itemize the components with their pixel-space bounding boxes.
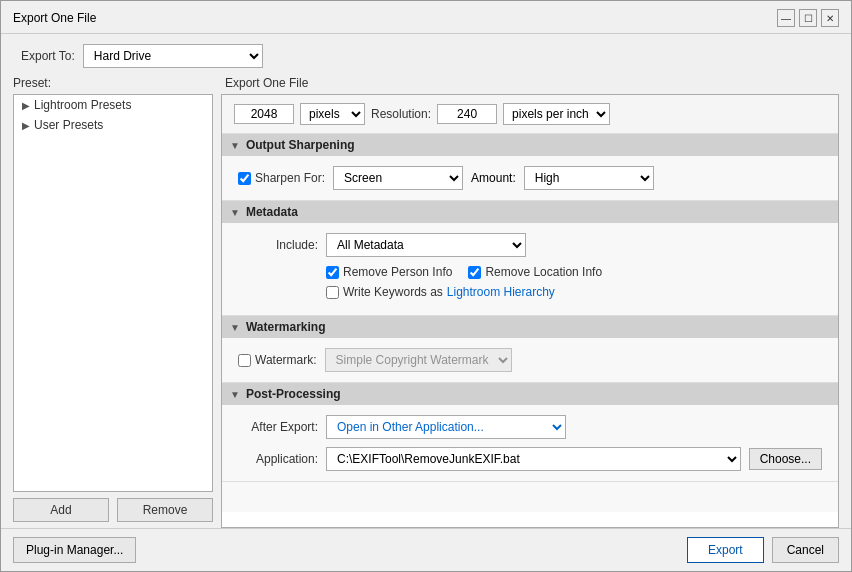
section-content: pixels inches cm Resolution: pixels per …: [222, 95, 838, 512]
include-label: Include:: [238, 238, 318, 252]
remove-person-label[interactable]: Remove Person Info: [326, 265, 452, 279]
application-select[interactable]: C:\EXIFTool\RemoveJunkEXIF.bat: [326, 447, 741, 471]
post-processing-title: Post-Processing: [246, 387, 341, 401]
metadata-body: Include: All Metadata Copyright Only Non…: [222, 223, 838, 316]
pixel-unit-select[interactable]: pixels inches cm: [300, 103, 365, 125]
watermark-row: Watermark: Simple Copyright Watermark: [238, 348, 822, 372]
left-buttons: Add Remove: [13, 492, 213, 528]
minimize-button[interactable]: —: [777, 9, 795, 27]
write-keywords-row: Write Keywords as Lightroom Hierarchy: [326, 285, 822, 299]
watermarking-chevron: ▼: [230, 322, 240, 333]
watermarking-title: Watermarking: [246, 320, 326, 334]
metadata-header[interactable]: ▼ Metadata: [222, 201, 838, 223]
bottom-bar: Plug-in Manager... Export Cancel: [1, 528, 851, 571]
cancel-button[interactable]: Cancel: [772, 537, 839, 563]
metadata-chevron: ▼: [230, 207, 240, 218]
write-keywords-text: Write Keywords as: [343, 285, 443, 299]
post-processing-header[interactable]: ▼ Post-Processing: [222, 383, 838, 405]
right-scroll-area[interactable]: pixels inches cm Resolution: pixels per …: [221, 94, 839, 528]
amount-select[interactable]: Low Standard High: [524, 166, 654, 190]
remove-button[interactable]: Remove: [117, 498, 213, 522]
remove-location-text: Remove Location Info: [485, 265, 602, 279]
resolution-unit-select[interactable]: pixels per inch pixels per cm: [503, 103, 610, 125]
sharpen-for-checkbox-label[interactable]: Sharpen For:: [238, 171, 325, 185]
application-row: Application: C:\EXIFTool\RemoveJunkEXIF.…: [238, 447, 822, 471]
main-content: Preset: ▶ Lightroom Presets ▶ User Prese…: [1, 74, 851, 528]
plugin-manager-button[interactable]: Plug-in Manager...: [13, 537, 136, 563]
preset-label: Preset:: [13, 74, 213, 94]
export-button[interactable]: Export: [687, 537, 764, 563]
preset-list[interactable]: ▶ Lightroom Presets ▶ User Presets: [13, 94, 213, 492]
write-keywords-label[interactable]: Write Keywords as Lightroom Hierarchy: [326, 285, 822, 299]
close-button[interactable]: ✕: [821, 9, 839, 27]
maximize-button[interactable]: ☐: [799, 9, 817, 27]
top-row: pixels inches cm Resolution: pixels per …: [222, 95, 838, 134]
remove-checkboxes-row: Remove Person Info Remove Location Info: [326, 265, 822, 279]
preset-item-lightroom[interactable]: ▶ Lightroom Presets: [14, 95, 212, 115]
sharpen-for-label: Sharpen For:: [255, 171, 325, 185]
lightroom-presets-label: Lightroom Presets: [34, 98, 131, 112]
watermarking-header[interactable]: ▼ Watermarking: [222, 316, 838, 338]
preset-item-user[interactable]: ▶ User Presets: [14, 115, 212, 135]
output-sharpening-title: Output Sharpening: [246, 138, 355, 152]
post-processing-body: After Export: Do Nothing Open in Lightro…: [222, 405, 838, 482]
output-sharpening-header[interactable]: ▼ Output Sharpening: [222, 134, 838, 156]
user-presets-label: User Presets: [34, 118, 103, 132]
title-bar-buttons: — ☐ ✕: [777, 9, 839, 27]
write-keywords-checkbox[interactable]: [326, 286, 339, 299]
watermarking-body: Watermark: Simple Copyright Watermark: [222, 338, 838, 383]
user-presets-arrow: ▶: [22, 120, 30, 131]
lightroom-hierarchy-link[interactable]: Lightroom Hierarchy: [447, 285, 555, 299]
remove-person-text: Remove Person Info: [343, 265, 452, 279]
after-export-row: After Export: Do Nothing Open in Lightro…: [238, 415, 822, 439]
output-sharpening-body: Sharpen For: Screen Matte Paper Glossy P…: [222, 156, 838, 201]
dialog-title: Export One File: [13, 11, 96, 25]
after-export-label: After Export:: [238, 420, 318, 434]
watermark-checkbox-label[interactable]: Watermark:: [238, 353, 317, 367]
post-processing-chevron: ▼: [230, 389, 240, 400]
export-to-label: Export To:: [21, 49, 75, 63]
remove-location-checkbox[interactable]: [468, 266, 481, 279]
bottom-spacer: [222, 482, 838, 512]
resolution-value-input[interactable]: [437, 104, 497, 124]
output-sharpening-chevron: ▼: [230, 140, 240, 151]
export-dialog: Export One File — ☐ ✕ Export To: Hard Dr…: [0, 0, 852, 572]
pixel-value-input[interactable]: [234, 104, 294, 124]
right-panel: Export One File pixels inches cm Resolut…: [221, 74, 839, 528]
include-select[interactable]: All Metadata Copyright Only None: [326, 233, 526, 257]
metadata-title: Metadata: [246, 205, 298, 219]
export-to-row: Export To: Hard Drive Email CD/DVD: [1, 34, 851, 74]
lightroom-presets-arrow: ▶: [22, 100, 30, 111]
application-label: Application:: [238, 452, 318, 466]
title-bar: Export One File — ☐ ✕: [1, 1, 851, 34]
after-export-select[interactable]: Do Nothing Open in Lightroom Open in Oth…: [326, 415, 566, 439]
left-panel: Preset: ▶ Lightroom Presets ▶ User Prese…: [13, 74, 213, 528]
bottom-right-buttons: Export Cancel: [687, 537, 839, 563]
export-to-select[interactable]: Hard Drive Email CD/DVD: [83, 44, 263, 68]
watermark-select[interactable]: Simple Copyright Watermark: [325, 348, 512, 372]
include-row: Include: All Metadata Copyright Only Non…: [238, 233, 822, 257]
watermark-label: Watermark:: [255, 353, 317, 367]
sharpen-for-checkbox[interactable]: [238, 172, 251, 185]
add-button[interactable]: Add: [13, 498, 109, 522]
right-panel-title: Export One File: [221, 74, 839, 94]
watermark-checkbox[interactable]: [238, 354, 251, 367]
remove-person-checkbox[interactable]: [326, 266, 339, 279]
preset-scroll-wrapper: ▶ Lightroom Presets ▶ User Presets: [13, 94, 213, 492]
remove-location-label[interactable]: Remove Location Info: [468, 265, 602, 279]
sharpener-row: Sharpen For: Screen Matte Paper Glossy P…: [238, 166, 822, 190]
choose-button[interactable]: Choose...: [749, 448, 822, 470]
amount-label: Amount:: [471, 171, 516, 185]
resolution-label: Resolution:: [371, 107, 431, 121]
sharpen-for-select[interactable]: Screen Matte Paper Glossy Paper: [333, 166, 463, 190]
